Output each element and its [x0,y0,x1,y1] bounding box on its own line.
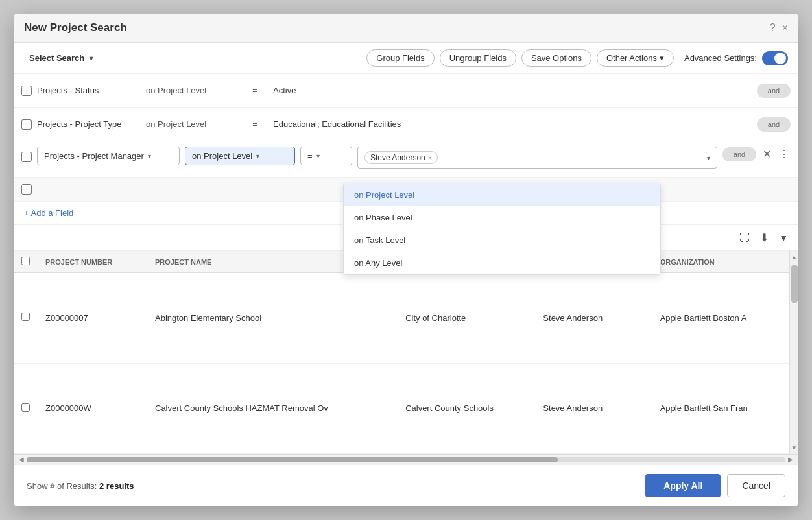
value-tag-text: Steve Anderson [370,153,425,162]
row-1-connector[interactable]: and [757,84,791,98]
row-2-connector[interactable]: and [757,117,791,132]
row-3-delete-icon[interactable]: ✕ [761,147,772,161]
row-3-more-icon[interactable]: ⋮ [778,147,791,161]
row-2-organization: Apple Bartlett San Fran [652,363,789,454]
row-2-level: on Project Level [146,119,237,129]
filter-icon[interactable]: ▼ [776,231,791,244]
field-dropdown[interactable]: Projects - Project Manager ▾ [37,147,180,165]
row-1-project-manager: Steve Anderson [535,273,652,364]
select-all-checkbox[interactable] [21,257,30,265]
row-2-primary-client: Calvert County Schools [398,363,535,454]
level-dropdown-menu: on Project Level on Phase Level on Task … [343,183,661,275]
operator-dropdown[interactable]: = ▾ [300,147,352,165]
modal-dialog: New Project Search ? × Select Search ▼ G… [14,14,798,506]
modal-header: New Project Search ? × [14,14,798,43]
scroll-up-arrow[interactable]: ▲ [790,252,798,262]
col-project-number: PROJECT NUMBER [38,251,147,273]
row-1-level: on Project Level [146,86,237,95]
expand-icon[interactable]: ⛶ [737,231,752,245]
row-2-field: Projects - Project Type [37,119,141,129]
help-icon[interactable]: ? [770,22,776,34]
col-organization: ORGANIZATION [652,251,789,273]
row-1-organization: Apple Bartlett Boston A [652,273,789,364]
show-results-label: Show # of Results: [27,481,97,491]
select-search-button[interactable]: Select Search ▼ [24,51,100,65]
download-icon[interactable]: ⬇ [758,230,771,245]
table-row: Z00000007 Abington Elementary School Cit… [14,273,789,364]
horiz-scroll-right[interactable]: ▶ [788,456,793,463]
level-dropdown[interactable]: on Project Level ▾ [185,147,295,165]
toolbar: Select Search ▼ Group Fields Ungroup Fie… [14,43,798,74]
row-2-project-number: Z0000000W [38,363,147,454]
advanced-settings-toggle[interactable] [762,51,788,65]
results-table: PROJECT NUMBER PROJECT NAME PRIMARY CLIE… [14,251,789,454]
row-1-operator: = [242,86,268,95]
close-icon[interactable]: × [782,22,788,34]
table-row: Z0000000W Calvert County Schools HAZMAT … [14,363,789,454]
row-1-select[interactable] [21,313,30,321]
advanced-settings-label: Advanced Settings: [684,53,757,63]
scroll-down-arrow[interactable]: ▼ [790,443,798,453]
horizontal-scrollbar[interactable]: ◀ ▶ [14,454,798,464]
value-tag-remove[interactable]: × [428,154,432,161]
row-2-select[interactable] [21,403,30,412]
field-chevron-icon: ▾ [148,152,151,160]
dropdown-option-task-level[interactable]: on Task Level [344,229,660,252]
row-2-project-name: Calvert County Schools HAZMAT Removal Ov [147,363,398,454]
row-3-checkbox[interactable] [21,152,32,162]
row-4-checkbox[interactable] [21,184,32,195]
modal-title: New Project Search [24,21,127,34]
results-count-value: 2 results [99,481,134,491]
vertical-scrollbar[interactable]: ▲ ▼ [789,251,798,454]
modal-footer: Show # of Results: 2 results Apply All C… [14,464,798,506]
row-1-project-name: Abington Elementary School [147,273,398,364]
search-row: Projects - Project Type on Project Level… [14,108,798,141]
level-chevron-icon: ▾ [256,152,259,160]
group-fields-button[interactable]: Group Fields [366,49,434,67]
row-1-primary-client: City of Charlotte [398,273,535,364]
row-2-value: Educational; Educational Facilities [273,119,752,129]
level-dropdown-container: on Project Level ▾ on Project Level on P… [185,147,295,165]
apply-all-button[interactable]: Apply All [645,474,721,497]
other-actions-arrow: ▾ [660,53,664,63]
value-chevron-icon: ▾ [707,154,710,161]
horiz-scroll-track [27,457,785,462]
search-rows-area: Projects - Status on Project Level = Act… [14,74,798,225]
operator-dropdown-label: = [307,151,313,161]
select-search-arrow: ▼ [88,54,95,62]
ungroup-fields-button[interactable]: Ungroup Fields [440,49,516,67]
add-field-label: + Add a Field [24,208,73,218]
results-table-body: Z00000007 Abington Elementary School Cit… [14,273,789,454]
row-1-project-number: Z00000007 [38,273,147,364]
col-checkbox [14,251,38,273]
scrollbar-thumb[interactable] [791,265,798,303]
select-search-label: Select Search [29,53,84,63]
results-table-container: PROJECT NUMBER PROJECT NAME PRIMARY CLIE… [14,251,798,454]
modal-header-icons: ? × [770,22,788,34]
horiz-scroll-left[interactable]: ◀ [19,456,24,463]
operator-chevron-icon: ▾ [316,152,320,160]
level-dropdown-label: on Project Level [192,151,252,161]
row-3-connector[interactable]: and [722,147,756,161]
row-3-actions: and ✕ ⋮ [722,147,791,161]
search-row-edit: Projects - Project Manager ▾ on Project … [14,141,798,178]
field-dropdown-label: Projects - Project Manager [44,151,144,161]
dropdown-option-any-level[interactable]: on Any Level [344,252,660,274]
results-count: Show # of Results: 2 results [27,481,134,491]
dropdown-option-project-level[interactable]: on Project Level [344,183,660,206]
row-1-field: Projects - Status [37,86,141,95]
value-dropdown[interactable]: Steve Anderson × ▾ [357,147,717,169]
cancel-button[interactable]: Cancel [727,474,785,497]
footer-buttons: Apply All Cancel [645,474,785,497]
row-2-project-manager: Steve Anderson [535,363,652,454]
save-options-button[interactable]: Save Options [521,49,591,67]
row-2-checkbox[interactable] [21,119,32,130]
search-row: Projects - Status on Project Level = Act… [14,74,798,108]
row-2-operator: = [242,119,268,129]
other-actions-button[interactable]: Other Actions ▾ [597,49,674,67]
row-1-value: Active [273,86,752,95]
horiz-scroll-thumb[interactable] [27,457,558,462]
row-1-checkbox[interactable] [21,86,32,96]
dropdown-option-phase-level[interactable]: on Phase Level [344,206,660,229]
value-tag: Steve Anderson × [364,151,438,164]
